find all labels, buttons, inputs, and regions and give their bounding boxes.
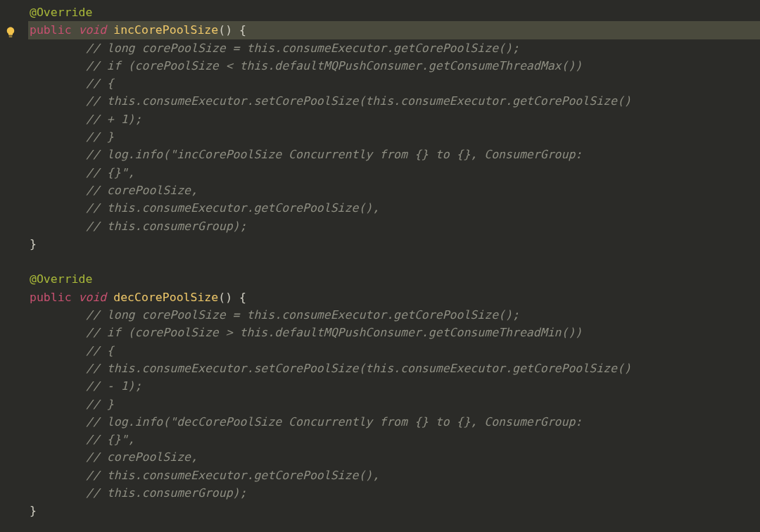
comment-token: // { bbox=[86, 77, 114, 90]
annotation-token: @Override bbox=[30, 272, 92, 286]
code-line[interactable]: // log.info("decCorePoolSize Concurrentl… bbox=[28, 413, 760, 431]
comment-token: // } bbox=[86, 130, 114, 144]
brace-token: { bbox=[239, 291, 246, 304]
code-line[interactable]: // this.consumeExecutor.setCorePoolSize(… bbox=[28, 360, 760, 377]
code-line[interactable]: // long corePoolSize = this.consumeExecu… bbox=[28, 39, 760, 57]
comment-token: // long corePoolSize = this.consumeExecu… bbox=[86, 308, 519, 322]
code-line[interactable]: // this.consumerGroup); bbox=[28, 484, 760, 502]
code-line[interactable]: // this.consumeExecutor.getCorePoolSize(… bbox=[28, 199, 760, 217]
comment-token: // {}", bbox=[86, 166, 135, 179]
comment-token: // log.info("decCorePoolSize Concurrentl… bbox=[86, 415, 582, 429]
code-line[interactable]: // corePoolSize, bbox=[28, 182, 760, 199]
code-line[interactable]: } bbox=[28, 502, 760, 519]
svg-rect-0 bbox=[9, 36, 13, 37]
code-line[interactable]: // - 1); bbox=[28, 377, 760, 395]
code-line[interactable]: // } bbox=[28, 395, 760, 413]
annotation-token: @Override bbox=[30, 6, 92, 19]
code-line[interactable]: } bbox=[28, 235, 760, 253]
paren-token: () bbox=[218, 23, 232, 37]
code-line[interactable]: public void decCorePoolSize() { bbox=[28, 289, 760, 306]
code-line[interactable]: public void incCorePoolSize() { bbox=[28, 21, 760, 39]
comment-token: // { bbox=[86, 344, 114, 357]
text-token bbox=[232, 291, 239, 304]
code-content[interactable]: @Overridepublic void incCorePoolSize() {… bbox=[0, 4, 760, 520]
code-line[interactable]: // corePoolSize, bbox=[28, 448, 760, 466]
comment-token: // if (corePoolSize > this.defaultMQPush… bbox=[86, 326, 582, 339]
code-editor[interactable]: @Overridepublic void incCorePoolSize() {… bbox=[0, 0, 760, 520]
code-line[interactable]: @Override bbox=[28, 4, 760, 21]
code-line[interactable]: // {}", bbox=[28, 431, 760, 448]
editor-gutter bbox=[0, 0, 21, 520]
text-token bbox=[72, 291, 79, 304]
code-line[interactable]: // + 1); bbox=[28, 110, 760, 128]
code-line[interactable]: // if (corePoolSize > this.defaultMQPush… bbox=[28, 324, 760, 341]
comment-token: // + 1); bbox=[86, 113, 141, 126]
comment-token: // } bbox=[86, 398, 114, 411]
comment-token: // corePoolSize, bbox=[86, 184, 198, 197]
code-line[interactable]: // } bbox=[28, 128, 760, 146]
lightbulb-icon[interactable] bbox=[4, 26, 17, 44]
comment-token: // this.consumeExecutor.getCorePoolSize(… bbox=[86, 201, 379, 215]
code-line[interactable]: // { bbox=[28, 342, 760, 360]
text-token bbox=[72, 23, 79, 37]
code-line[interactable] bbox=[28, 253, 760, 270]
type-token: void bbox=[79, 23, 107, 37]
brace-token: } bbox=[30, 504, 37, 517]
brace-token: } bbox=[30, 237, 37, 251]
comment-token: // this.consumeExecutor.getCorePoolSize(… bbox=[86, 469, 379, 482]
comment-token: // {}", bbox=[86, 433, 135, 446]
code-line[interactable]: // this.consumerGroup); bbox=[28, 217, 760, 235]
keyword-token: public bbox=[30, 291, 72, 304]
code-line[interactable]: // this.consumeExecutor.setCorePoolSize(… bbox=[28, 92, 760, 110]
comment-token: // log.info("incCorePoolSize Concurrentl… bbox=[86, 148, 582, 161]
comment-token: // long corePoolSize = this.consumeExecu… bbox=[86, 42, 519, 55]
code-line[interactable]: @Override bbox=[28, 270, 760, 288]
code-line[interactable]: // long corePoolSize = this.consumeExecu… bbox=[28, 306, 760, 324]
code-line[interactable]: // if (corePoolSize < this.defaultMQPush… bbox=[28, 57, 760, 75]
comment-token: // this.consumerGroup); bbox=[86, 486, 246, 500]
comment-token: // corePoolSize, bbox=[86, 450, 198, 464]
comment-token: // this.consumerGroup); bbox=[86, 220, 246, 233]
text-token bbox=[106, 291, 113, 304]
keyword-token: public bbox=[30, 23, 72, 37]
code-line[interactable]: // this.consumeExecutor.getCorePoolSize(… bbox=[28, 467, 760, 484]
comment-token: // this.consumeExecutor.setCorePoolSize(… bbox=[86, 362, 631, 375]
method-token: incCorePoolSize bbox=[113, 23, 218, 37]
paren-token: () bbox=[218, 291, 232, 304]
method-token: decCorePoolSize bbox=[113, 291, 218, 304]
type-token: void bbox=[79, 291, 107, 304]
text-token bbox=[106, 23, 113, 37]
comment-token: // this.consumeExecutor.setCorePoolSize(… bbox=[86, 94, 631, 108]
code-line[interactable]: // { bbox=[28, 75, 760, 92]
brace-token: { bbox=[239, 23, 246, 37]
code-line[interactable]: // {}", bbox=[28, 164, 760, 182]
comment-token: // if (corePoolSize < this.defaultMQPush… bbox=[86, 59, 582, 72]
text-token bbox=[232, 23, 239, 37]
code-line[interactable]: // log.info("incCorePoolSize Concurrentl… bbox=[28, 146, 760, 163]
comment-token: // - 1); bbox=[86, 379, 141, 393]
